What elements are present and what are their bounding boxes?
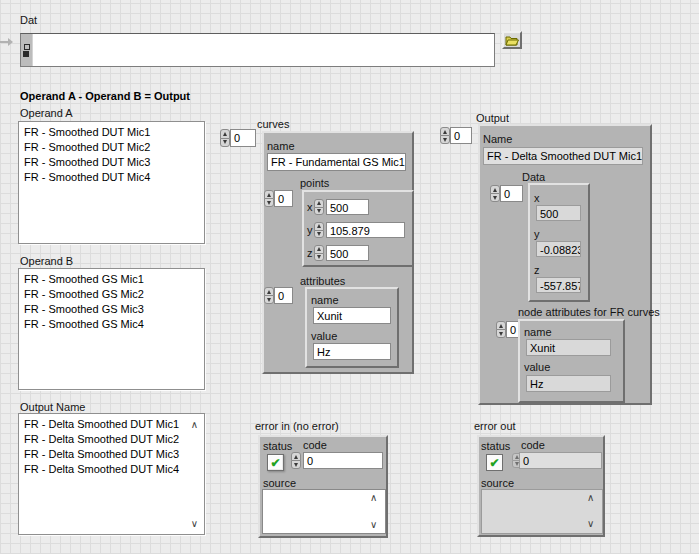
scroll-down-icon[interactable]: ∨ [587, 519, 594, 529]
error-out-code-field: 0 [519, 452, 602, 469]
labview-front-panel: Dat Operand A - Operand B = Output Opera… [0, 0, 699, 554]
curves-index-value[interactable]: 0 [230, 129, 256, 147]
listbox-item[interactable]: FR - Smoothed GS Mic2 [19, 287, 204, 302]
node-attrs-index-spinner[interactable] [496, 321, 506, 338]
browse-button[interactable] [502, 31, 522, 49]
attr-name-label: name [311, 294, 339, 306]
scroll-up-icon[interactable]: ∧ [370, 493, 377, 503]
listbox-item[interactable]: FR - Delta Smoothed DUT Mic3 [19, 447, 204, 462]
output-index-spinner[interactable] [440, 127, 450, 144]
points-index-spinner[interactable] [264, 190, 274, 207]
listbox-item[interactable]: FR - Delta Smoothed DUT Mic2 [19, 432, 204, 447]
error-out-status-label: status [481, 440, 510, 452]
data-x-label: x [534, 192, 540, 204]
error-out-source-field [481, 489, 603, 534]
check-icon: ✔ [270, 456, 280, 470]
error-out-status-indicator: ✔ [486, 454, 503, 471]
data-index-spinner[interactable] [490, 185, 500, 202]
output-curve-name-field: FR - Delta Smoothed DUT Mic1 [483, 147, 643, 165]
check-icon: ✔ [489, 456, 499, 470]
listbox-item[interactable]: FR - Smoothed DUT Mic2 [19, 140, 204, 155]
spinner-down-icon[interactable] [314, 253, 324, 262]
data-x-field: 500 [536, 205, 581, 221]
listbox-item[interactable]: FR - Smoothed DUT Mic1 [19, 125, 204, 140]
node-attributes-label: node attributes for FR curves [518, 306, 660, 318]
curves-label: curves [257, 118, 289, 130]
attributes-label: attributes [300, 275, 345, 287]
output-name-listbox[interactable]: FR - Delta Smoothed DUT Mic1 FR - Delta … [18, 413, 205, 535]
operand-a-label: Operand A [20, 107, 73, 119]
curve-name-field[interactable]: FR - Fundamental GS Mic1 [267, 153, 406, 171]
spinner-down-icon[interactable] [490, 193, 500, 202]
error-in-code-label: code [303, 439, 327, 451]
data-label: Data [522, 171, 545, 183]
section-header: Operand A - Operand B = Output [20, 90, 190, 102]
data-z-label: z [534, 264, 540, 276]
data-index-value[interactable]: 0 [500, 185, 523, 202]
point-z-field[interactable]: 500 [326, 245, 369, 261]
operand-b-listbox[interactable]: FR - Smoothed GS Mic1 FR - Smoothed GS M… [18, 268, 205, 390]
error-out-label: error out [474, 420, 516, 432]
point-x-label: x [307, 201, 313, 213]
output-name-label: Output Name [20, 401, 85, 413]
node-attr-value-label: value [524, 361, 550, 373]
listbox-item[interactable]: FR - Delta Smoothed DUT Mic4 [19, 462, 204, 477]
spinner-down-icon[interactable] [264, 198, 274, 207]
scroll-down-icon[interactable]: ∨ [370, 520, 377, 530]
listbox-item[interactable]: FR - Smoothed GS Mic1 [19, 272, 204, 287]
data-y-field: -0.08823 [536, 241, 581, 257]
error-in-source-label: source [263, 477, 296, 489]
curves-index-spinner[interactable] [220, 129, 230, 147]
scroll-up-icon[interactable]: ∧ [587, 493, 594, 503]
listbox-item[interactable]: FR - Smoothed GS Mic4 [19, 317, 204, 332]
error-in-code-spinner[interactable] [291, 452, 301, 469]
data-y-label: y [534, 228, 540, 240]
listbox-item[interactable]: FR - Smoothed GS Mic3 [19, 302, 204, 317]
node-attr-name-field: Xunit [526, 339, 611, 356]
curve-name-label: name [267, 140, 295, 152]
spinner-down-icon[interactable] [496, 329, 506, 338]
data-file-path-input[interactable] [20, 33, 495, 67]
operand-b-label: Operand B [20, 255, 73, 267]
spinner-down-icon[interactable] [291, 460, 301, 469]
node-attr-value-field: Hz [526, 375, 611, 392]
path-control-label: Dat [20, 14, 37, 26]
spinner-down-icon[interactable] [264, 295, 274, 304]
error-in-label: error in (no error) [255, 420, 339, 432]
scroll-down-icon[interactable]: ∨ [191, 519, 198, 529]
point-y-field[interactable]: 105.879 [326, 222, 405, 238]
point-x-field[interactable]: 500 [326, 199, 369, 215]
data-z-field: -557.857 [536, 277, 581, 293]
attr-value-label: value [311, 330, 337, 342]
error-in-source-field[interactable] [262, 489, 386, 534]
scroll-up-icon[interactable]: ∧ [191, 420, 198, 430]
listbox-item[interactable]: FR - Delta Smoothed DUT Mic1 [19, 417, 204, 432]
point-x-spinner[interactable] [314, 199, 324, 215]
points-label: points [300, 177, 329, 189]
attributes-index-spinner[interactable] [264, 287, 274, 304]
point-z-label: z [307, 247, 313, 259]
listbox-item[interactable]: FR - Smoothed DUT Mic4 [19, 170, 204, 185]
attributes-index-value[interactable]: 0 [274, 287, 293, 304]
operand-a-listbox[interactable]: FR - Smoothed DUT Mic1 FR - Smoothed DUT… [18, 121, 205, 244]
error-out-code-label: code [521, 439, 545, 451]
points-index-value[interactable]: 0 [274, 190, 293, 207]
spinner-down-icon[interactable] [314, 230, 324, 239]
spinner-down-icon[interactable] [220, 138, 230, 148]
point-y-label: y [307, 224, 313, 236]
attr-name-field[interactable]: Xunit [313, 307, 391, 324]
attr-value-field[interactable]: Hz [313, 343, 391, 360]
spinner-down-icon[interactable] [440, 135, 450, 144]
output-name-field-label: Name [483, 133, 512, 145]
output-index-value[interactable]: 0 [450, 127, 472, 144]
spinner-down-icon[interactable] [314, 207, 324, 216]
listbox-item[interactable]: FR - Smoothed DUT Mic3 [19, 155, 204, 170]
point-y-spinner[interactable] [314, 222, 324, 238]
error-in-code-field[interactable]: 0 [303, 452, 383, 469]
path-type-strip [21, 34, 33, 66]
error-out-source-label: source [481, 477, 514, 489]
error-in-status-label: status [263, 440, 292, 452]
point-z-spinner[interactable] [314, 245, 324, 261]
node-attr-name-label: name [524, 326, 552, 338]
error-in-status-checkbox[interactable]: ✔ [267, 454, 284, 471]
